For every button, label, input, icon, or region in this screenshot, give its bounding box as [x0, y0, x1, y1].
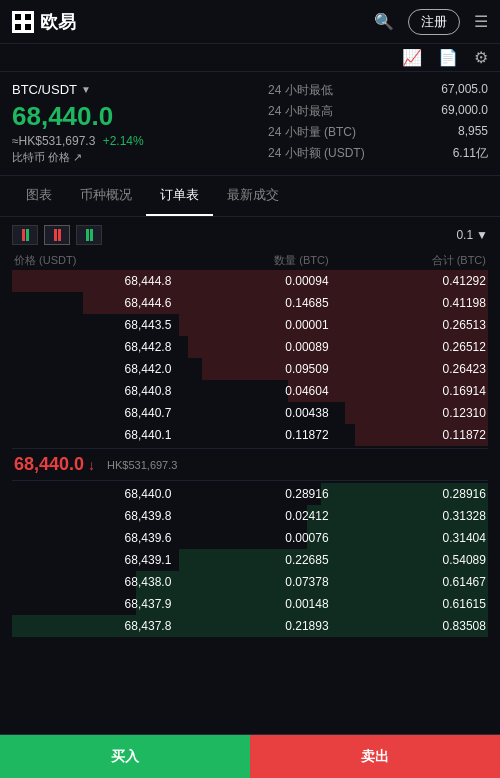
ask-row[interactable]: 68,442.0 0.09509 0.26423: [12, 358, 488, 380]
tab-币种概况[interactable]: 币种概况: [66, 176, 146, 216]
bid-price: 68,439.6: [14, 531, 171, 545]
ask-total: 0.12310: [329, 406, 486, 420]
ask-amount: 0.00089: [171, 340, 328, 354]
ask-total: 0.41292: [329, 274, 486, 288]
ask-price: 68,440.1: [14, 428, 171, 442]
bid-amount: 0.22685: [171, 553, 328, 567]
stat-row: 24 小时量 (BTC)8,955: [268, 124, 488, 141]
buy-button[interactable]: 买入: [0, 735, 250, 779]
card-icon[interactable]: 📄: [438, 48, 458, 67]
trading-pair[interactable]: BTC/USDT ▼: [12, 82, 256, 97]
bid-row[interactable]: 68,439.8 0.02412 0.31328: [12, 505, 488, 527]
ask-total: 0.41198: [329, 296, 486, 310]
bid-row[interactable]: 68,439.6 0.00076 0.31404: [12, 527, 488, 549]
bid-total: 0.61467: [329, 575, 486, 589]
ask-amount: 0.14685: [171, 296, 328, 310]
bid-total: 0.54089: [329, 553, 486, 567]
precision-value: 0.1: [456, 228, 473, 242]
header-toolbar: 📈 📄 ⚙: [0, 44, 500, 72]
ask-row[interactable]: 68,444.8 0.00094 0.41292: [12, 270, 488, 292]
bid-price: 68,439.8: [14, 509, 171, 523]
ask-amount: 0.00001: [171, 318, 328, 332]
tab-订单表[interactable]: 订单表: [146, 176, 213, 216]
view-bids-button[interactable]: [76, 225, 102, 245]
logo: 欧易: [12, 10, 76, 34]
ask-row[interactable]: 68,442.8 0.00089 0.26512: [12, 336, 488, 358]
hk-price-value: ≈HK$531,697.3: [12, 134, 95, 148]
ask-price: 68,440.7: [14, 406, 171, 420]
ask-amount: 0.04604: [171, 384, 328, 398]
ask-price: 68,444.6: [14, 296, 171, 310]
current-hk-price: HK$531,697.3: [107, 459, 177, 471]
tab-最新成交[interactable]: 最新成交: [213, 176, 293, 216]
precision-selector[interactable]: 0.1 ▼: [456, 228, 488, 242]
hk-price: ≈HK$531,697.3 +2.14%: [12, 134, 256, 148]
bid-amount: 0.28916: [171, 487, 328, 501]
register-button[interactable]: 注册: [408, 9, 460, 35]
tab-图表[interactable]: 图表: [12, 176, 66, 216]
stat-value: 6.11亿: [453, 145, 488, 162]
bid-total: 0.83508: [329, 619, 486, 633]
main-price: 68,440.0: [12, 101, 256, 132]
price-change: +2.14%: [103, 134, 144, 148]
ask-row[interactable]: 68,444.6 0.14685 0.41198: [12, 292, 488, 314]
chart-icon[interactable]: 📈: [402, 48, 422, 67]
bid-row[interactable]: 68,440.0 0.28916 0.28916: [12, 483, 488, 505]
ask-price: 68,443.5: [14, 318, 171, 332]
price-direction-icon: ↓: [88, 457, 95, 473]
logo-text: 欧易: [40, 10, 76, 34]
external-link-icon: ↗: [73, 151, 82, 164]
sell-button[interactable]: 卖出: [250, 735, 500, 779]
ask-price: 68,440.8: [14, 384, 171, 398]
svg-rect-1: [25, 14, 31, 20]
ask-row[interactable]: 68,440.7 0.00438 0.12310: [12, 402, 488, 424]
bid-rows: 68,440.0 0.28916 0.28916 68,439.8 0.0241…: [12, 483, 488, 637]
orderbook-section: 0.1 ▼ 价格 (USDT) 数量 (BTC) 合计 (BTC) 68,444…: [0, 217, 500, 637]
bid-amount: 0.02412: [171, 509, 328, 523]
ask-total: 0.26512: [329, 340, 486, 354]
view-both-button[interactable]: [12, 225, 38, 245]
bid-amount: 0.07378: [171, 575, 328, 589]
stat-label: 24 小时额 (USDT): [268, 145, 365, 162]
view-buttons: [12, 225, 102, 245]
ask-total: 0.11872: [329, 428, 486, 442]
header-right: 🔍 注册 ☰: [374, 9, 488, 35]
bid-price: 68,438.0: [14, 575, 171, 589]
coin-label: 比特币 价格 ↗: [12, 150, 256, 165]
col-price-header: 价格 (USDT): [14, 253, 171, 268]
price-section: BTC/USDT ▼ 68,440.0 ≈HK$531,697.3 +2.14%…: [0, 72, 500, 176]
ask-rows: 68,444.8 0.00094 0.41292 68,444.6 0.1468…: [12, 270, 488, 446]
bid-row[interactable]: 68,437.9 0.00148 0.61615: [12, 593, 488, 615]
logo-icon: [12, 11, 34, 33]
stat-row: 24 小时最低67,005.0: [268, 82, 488, 99]
search-icon[interactable]: 🔍: [374, 12, 394, 31]
ask-row[interactable]: 68,440.1 0.11872 0.11872: [12, 424, 488, 446]
view-asks-button[interactable]: [44, 225, 70, 245]
svg-rect-3: [25, 24, 31, 30]
col-total-header: 合计 (BTC): [329, 253, 486, 268]
ask-row[interactable]: 68,440.8 0.04604 0.16914: [12, 380, 488, 402]
col-amount-header: 数量 (BTC): [171, 253, 328, 268]
bid-price: 68,439.1: [14, 553, 171, 567]
ob-column-headers: 价格 (USDT) 数量 (BTC) 合计 (BTC): [12, 253, 488, 268]
ask-amount: 0.09509: [171, 362, 328, 376]
bid-row[interactable]: 68,439.1 0.22685 0.54089: [12, 549, 488, 571]
ask-price: 68,444.8: [14, 274, 171, 288]
menu-icon[interactable]: ☰: [474, 12, 488, 31]
bid-row[interactable]: 68,437.8 0.21893 0.83508: [12, 615, 488, 637]
ob-toolbar: 0.1 ▼: [12, 225, 488, 245]
bid-amount: 0.00076: [171, 531, 328, 545]
ask-amount: 0.11872: [171, 428, 328, 442]
svg-rect-2: [15, 24, 21, 30]
stat-label: 24 小时最高: [268, 103, 333, 120]
stat-row: 24 小时额 (USDT)6.11亿: [268, 145, 488, 162]
stat-value: 67,005.0: [441, 82, 488, 99]
bid-row[interactable]: 68,438.0 0.07378 0.61467: [12, 571, 488, 593]
bid-total: 0.31328: [329, 509, 486, 523]
bottom-bar: 买入 卖出: [0, 734, 500, 778]
bid-total: 0.61615: [329, 597, 486, 611]
ask-row[interactable]: 68,443.5 0.00001 0.26513: [12, 314, 488, 336]
bid-amount: 0.00148: [171, 597, 328, 611]
main-tabs: 图表币种概况订单表最新成交: [0, 176, 500, 217]
settings-icon[interactable]: ⚙: [474, 48, 488, 67]
